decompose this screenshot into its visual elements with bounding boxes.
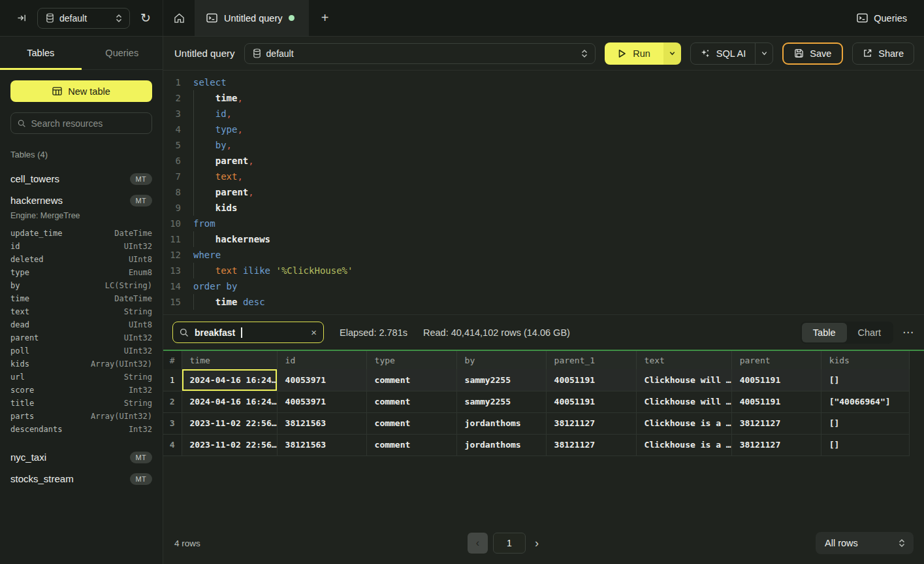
column-row[interactable]: urlString (10, 371, 152, 384)
column-row[interactable]: typeEnum8 (10, 266, 152, 279)
row-number[interactable]: 2 (163, 391, 182, 412)
column-header[interactable]: kids (821, 351, 909, 369)
editor-line[interactable]: 12where (163, 247, 924, 263)
run-button[interactable]: Run (605, 42, 663, 65)
column-row[interactable]: deletedUInt8 (10, 253, 152, 266)
column-row[interactable]: byLC(String) (10, 279, 152, 292)
row-number[interactable]: 1 (163, 369, 182, 391)
home-tab[interactable] (163, 0, 195, 36)
queries-link[interactable]: Queries (857, 0, 924, 36)
table-cell[interactable]: comment (366, 391, 456, 412)
previous-page-button[interactable]: ‹ (468, 533, 488, 554)
editor-line[interactable]: 5 by, (163, 137, 924, 153)
tab-untitled-query[interactable]: Untitled query (195, 0, 309, 36)
query-database-selector[interactable]: default (244, 43, 596, 64)
collapse-sidebar-button[interactable] (14, 10, 29, 25)
table-cell[interactable]: 38121563 (277, 412, 366, 434)
column-row[interactable]: textString (10, 305, 152, 318)
column-row[interactable]: parentUInt32 (10, 331, 152, 344)
new-table-button[interactable]: New table (10, 80, 152, 102)
column-row[interactable]: kidsArray(UInt32) (10, 357, 152, 371)
column-header[interactable]: parent (731, 351, 821, 369)
page-size-selector[interactable]: All rows (816, 532, 914, 554)
column-row[interactable]: deadUInt8 (10, 318, 152, 331)
view-toggle-chart[interactable]: Chart (847, 323, 892, 342)
clear-search-button[interactable]: × (311, 327, 317, 338)
editor-line[interactable]: 15 time desc (163, 294, 924, 310)
editor-line[interactable]: 10from (163, 216, 924, 231)
column-header[interactable]: text (636, 351, 731, 369)
next-page-button[interactable]: › (531, 537, 543, 550)
row-number[interactable]: 3 (163, 412, 182, 434)
table-cell[interactable]: 38121127 (546, 434, 636, 456)
table-cell[interactable]: comment (366, 412, 456, 434)
editor-line[interactable]: 9 kids (163, 200, 924, 216)
sidebar-item-hackernews[interactable]: hackernews MT (10, 190, 152, 211)
table-cell[interactable]: ["40066964"] (821, 391, 909, 412)
table-cell[interactable]: 40053971 (277, 369, 366, 391)
column-row[interactable]: partsArray(UInt32) (10, 410, 152, 423)
table-cell[interactable]: 38121563 (277, 434, 366, 456)
table-cell[interactable]: 2024-04-16 16:24… (182, 391, 277, 412)
column-row[interactable]: titleString (10, 397, 152, 410)
editor-line[interactable]: 14order by (163, 278, 924, 294)
table-cell[interactable]: 40051191 (731, 391, 821, 412)
table-cell[interactable]: jordanthoms (456, 434, 546, 456)
editor-line[interactable]: 8 parent, (163, 184, 924, 200)
editor-line[interactable]: 1select (163, 75, 924, 90)
page-number-input[interactable]: 1 (493, 533, 526, 554)
share-button[interactable]: Share (852, 42, 914, 65)
editor-line[interactable]: 2 time, (163, 90, 924, 106)
new-tab-button[interactable]: + (309, 0, 340, 36)
editor-line[interactable]: 6 parent, (163, 153, 924, 169)
column-header[interactable]: id (277, 351, 366, 369)
editor-line[interactable]: 11 hackernews (163, 231, 924, 247)
table-cell[interactable]: jordanthoms (456, 412, 546, 434)
sidebar-tab-queries[interactable]: Queries (82, 37, 163, 69)
column-row[interactable]: idUInt32 (10, 240, 152, 253)
column-header[interactable]: # (163, 351, 182, 369)
sidebar-item-nyc-taxi[interactable]: nyc_taxi MT (10, 446, 152, 468)
column-row[interactable]: scoreInt32 (10, 384, 152, 397)
column-row[interactable]: descendantsInt32 (10, 423, 152, 436)
column-row[interactable]: timeDateTime (10, 292, 152, 305)
refresh-button[interactable]: ↻ (138, 9, 153, 27)
sql-ai-button[interactable]: SQL AI (691, 43, 755, 64)
sidebar-item-stocks-stream[interactable]: stocks_stream MT (10, 468, 152, 489)
column-row[interactable]: update_timeDateTime (10, 227, 152, 240)
view-toggle-table[interactable]: Table (802, 323, 847, 342)
more-options-button[interactable]: ⋯ (902, 325, 914, 339)
sidebar-search-input[interactable] (31, 118, 145, 129)
save-button[interactable]: Save (782, 42, 843, 65)
row-number[interactable]: 4 (163, 434, 182, 456)
table-cell[interactable]: 38121127 (731, 412, 821, 434)
editor-line[interactable]: 7 text, (163, 169, 924, 184)
column-header[interactable]: type (366, 351, 456, 369)
results-search-input[interactable]: breakfast × (172, 322, 324, 343)
table-cell[interactable]: sammy2255 (456, 369, 546, 391)
editor-line[interactable]: 13 text ilike '%ClickHouse%' (163, 263, 924, 278)
table-cell[interactable]: comment (366, 369, 456, 391)
table-cell[interactable]: 2023-11-02 22:56… (182, 434, 277, 456)
column-header[interactable]: parent_1 (546, 351, 636, 369)
table-cell[interactable]: [] (821, 412, 909, 434)
table-cell[interactable]: comment (366, 434, 456, 456)
column-header[interactable]: time (182, 351, 277, 369)
table-cell[interactable]: 2023-11-02 22:56… (182, 412, 277, 434)
run-options-button[interactable] (663, 42, 681, 65)
sql-editor[interactable]: 1select2 time,3 id,4 type,5 by,6 parent,… (163, 71, 924, 314)
table-cell[interactable]: 38121127 (546, 412, 636, 434)
column-row[interactable]: pollUInt32 (10, 344, 152, 357)
table-cell[interactable]: 38121127 (731, 434, 821, 456)
column-header[interactable]: by (456, 351, 546, 369)
table-cell[interactable]: 40053971 (277, 391, 366, 412)
table-cell[interactable]: sammy2255 (456, 391, 546, 412)
table-cell[interactable]: Clickhouse will … (636, 369, 731, 391)
table-cell[interactable]: Clickhouse will … (636, 391, 731, 412)
table-cell[interactable]: Clickhouse is a … (636, 412, 731, 434)
editor-line[interactable]: 4 type, (163, 122, 924, 137)
sidebar-item-cell-towers[interactable]: cell_towers MT (10, 168, 152, 190)
editor-line[interactable]: 3 id, (163, 106, 924, 122)
table-cell[interactable]: 40051191 (546, 391, 636, 412)
table-cell[interactable]: 40051191 (731, 369, 821, 391)
